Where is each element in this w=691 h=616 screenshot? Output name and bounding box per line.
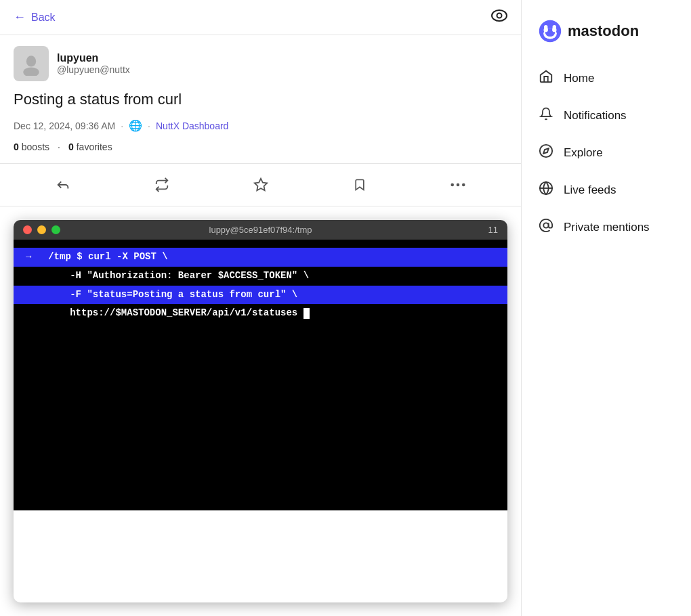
author-handle: @lupyuen@nuttx xyxy=(57,64,130,75)
post-title: Posting a status from curl xyxy=(14,91,507,108)
terminal-titlebar: luppy@5ce91ef07f94:/tmp 11 xyxy=(14,220,507,240)
back-label: Back xyxy=(31,12,56,24)
svg-point-2 xyxy=(26,56,36,66)
svg-rect-14 xyxy=(553,25,556,31)
back-arrow-icon: ← xyxy=(14,10,26,24)
traffic-green-button[interactable] xyxy=(51,225,60,234)
mastodon-logo-icon xyxy=(538,19,562,43)
svg-point-6 xyxy=(457,183,460,187)
sidebar-home-label: Home xyxy=(564,72,594,85)
favorites-stat: 0 favorites xyxy=(68,141,112,152)
terminal-line-3: -F "status=Posting a status from curl" \ xyxy=(14,286,507,305)
favorites-label: favorites xyxy=(77,141,112,152)
sidebar-item-home[interactable]: Home xyxy=(522,60,691,97)
terminal-line-4: https://$MASTODON_SERVER/api/v1/statuses xyxy=(14,304,507,323)
post-content: lupyuen @lupyuen@nuttx Posting a status … xyxy=(0,35,521,164)
traffic-red-button[interactable] xyxy=(23,225,32,234)
terminal-title: luppy@5ce91ef07f94:/tmp xyxy=(209,225,312,235)
boosts-stat: 0 boosts xyxy=(14,141,49,152)
terminal-tab-number: 11 xyxy=(488,225,498,235)
post-source: NuttX Dashboard xyxy=(156,120,228,131)
reply-button[interactable] xyxy=(50,172,76,198)
svg-point-5 xyxy=(451,183,454,187)
favorite-button[interactable] xyxy=(248,172,274,198)
home-icon xyxy=(538,69,554,87)
svg-point-3 xyxy=(23,67,39,76)
terminal-line-1: → /tmp $ curl -X POST \ xyxy=(14,248,507,267)
sidebar-explore-label: Explore xyxy=(564,146,603,160)
sidebar-item-live-feeds[interactable]: Live feeds xyxy=(522,171,691,208)
compass-icon xyxy=(538,144,554,162)
globe-nav-icon xyxy=(538,181,554,199)
terminal-container: luppy@5ce91ef07f94:/tmp 11 → /tmp $ curl… xyxy=(14,220,507,602)
svg-point-1 xyxy=(497,14,502,18)
bookmark-button[interactable] xyxy=(348,172,372,198)
svg-point-7 xyxy=(462,183,465,187)
right-panel: mastodon Home Notifications xyxy=(522,0,691,616)
sidebar-nav: Home Notifications Explore xyxy=(522,60,691,246)
bell-icon xyxy=(538,106,554,125)
svg-rect-13 xyxy=(544,25,547,31)
meta-dot-1: · xyxy=(121,120,123,131)
globe-icon: 🌐 xyxy=(129,119,142,132)
boost-button[interactable] xyxy=(149,172,175,198)
sidebar-item-explore[interactable]: Explore xyxy=(522,134,691,171)
meta-dot-2: · xyxy=(148,120,150,131)
post-stats: 0 boosts · 0 favorites xyxy=(14,141,507,152)
svg-marker-16 xyxy=(543,148,549,154)
svg-marker-4 xyxy=(255,179,267,190)
left-panel: ← Back lupyuen @lupyuen@nuttx Posting xyxy=(0,0,522,616)
post-author: lupyuen @lupyuen@nuttx xyxy=(14,46,507,81)
terminal-line-2: -H "Authorization: Bearer $ACCESS_TOKEN"… xyxy=(14,267,507,286)
svg-point-0 xyxy=(492,10,507,21)
svg-point-15 xyxy=(540,145,552,157)
stats-dot: · xyxy=(58,141,60,152)
eye-icon[interactable] xyxy=(491,9,507,25)
back-button[interactable]: ← Back xyxy=(14,10,56,24)
sidebar-item-notifications[interactable]: Notifications xyxy=(522,97,691,134)
author-info: lupyuen @lupyuen@nuttx xyxy=(57,52,130,75)
sidebar-private-mentions-label: Private mentions xyxy=(564,221,650,234)
post-header: ← Back xyxy=(0,0,521,35)
favorites-count: 0 xyxy=(68,141,74,152)
mastodon-logo-text: mastodon xyxy=(568,22,639,40)
sidebar-live-feeds-label: Live feeds xyxy=(564,183,616,197)
author-name: lupyuen xyxy=(57,52,130,64)
sidebar-notifications-label: Notifications xyxy=(564,109,627,123)
traffic-yellow-button[interactable] xyxy=(37,225,46,234)
mastodon-logo: mastodon xyxy=(522,14,691,60)
post-date: Dec 12, 2024, 09:36 AM xyxy=(14,120,115,131)
boosts-count: 0 xyxy=(14,141,19,152)
svg-point-19 xyxy=(543,223,548,227)
terminal-body[interactable]: → /tmp $ curl -X POST \ -H "Authorizatio… xyxy=(14,240,507,510)
terminal-cursor xyxy=(303,308,310,319)
boosts-label: boosts xyxy=(22,141,49,152)
sidebar-item-private-mentions[interactable]: Private mentions xyxy=(522,208,691,246)
more-button[interactable] xyxy=(445,177,471,192)
at-icon xyxy=(538,218,554,236)
avatar xyxy=(14,46,49,81)
action-bar xyxy=(0,164,521,206)
post-meta: Dec 12, 2024, 09:36 AM · 🌐 · NuttX Dashb… xyxy=(14,119,507,132)
